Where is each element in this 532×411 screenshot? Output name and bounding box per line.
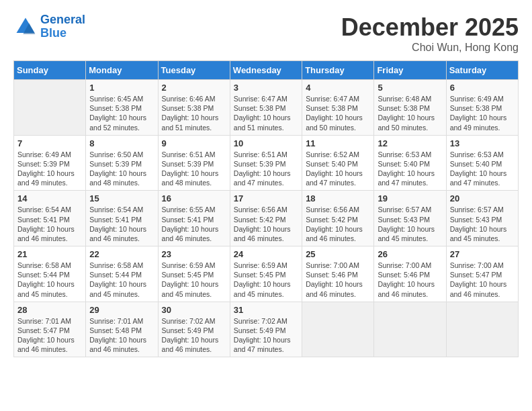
day-number: 30	[162, 305, 226, 315]
day-number: 26	[378, 249, 442, 259]
day-info: Sunrise: 6:52 AMSunset: 5:40 PMDaylight:…	[306, 150, 370, 188]
day-info: Sunrise: 7:00 AMSunset: 5:46 PMDaylight:…	[306, 261, 370, 299]
day-info: Sunrise: 7:00 AMSunset: 5:46 PMDaylight:…	[378, 261, 442, 299]
day-number: 27	[450, 249, 515, 259]
logo: General Blue	[13, 13, 85, 40]
calendar-cell: 24Sunrise: 6:59 AMSunset: 5:45 PMDayligh…	[230, 246, 302, 302]
day-info: Sunrise: 6:48 AMSunset: 5:38 PMDaylight:…	[378, 94, 442, 132]
calendar-header-row: SundayMondayTuesdayWednesdayThursdayFrid…	[14, 61, 519, 80]
calendar-cell: 21Sunrise: 6:58 AMSunset: 5:44 PMDayligh…	[14, 246, 86, 302]
day-info: Sunrise: 6:45 AMSunset: 5:38 PMDaylight:…	[89, 94, 154, 132]
day-info: Sunrise: 6:47 AMSunset: 5:38 PMDaylight:…	[234, 94, 298, 132]
day-info: Sunrise: 7:01 AMSunset: 5:48 PMDaylight:…	[89, 316, 154, 355]
day-info: Sunrise: 6:46 AMSunset: 5:38 PMDaylight:…	[162, 94, 226, 132]
location: Choi Wun, Hong Kong	[341, 42, 519, 54]
calendar-cell: 17Sunrise: 6:56 AMSunset: 5:42 PMDayligh…	[230, 191, 302, 246]
day-info: Sunrise: 6:53 AMSunset: 5:40 PMDaylight:…	[450, 150, 515, 188]
calendar-week-row: 28Sunrise: 7:01 AMSunset: 5:47 PMDayligh…	[14, 302, 519, 357]
calendar-cell: 6Sunrise: 6:49 AMSunset: 5:38 PMDaylight…	[446, 80, 518, 136]
day-header-tuesday: Tuesday	[158, 61, 230, 80]
calendar-cell: 7Sunrise: 6:49 AMSunset: 5:39 PMDaylight…	[14, 135, 86, 191]
day-info: Sunrise: 6:56 AMSunset: 5:42 PMDaylight:…	[234, 205, 298, 243]
day-header-monday: Monday	[86, 61, 158, 80]
calendar-cell: 5Sunrise: 6:48 AMSunset: 5:38 PMDaylight…	[374, 80, 446, 136]
day-info: Sunrise: 6:54 AMSunset: 5:41 PMDaylight:…	[89, 205, 154, 243]
day-number: 20	[450, 193, 515, 203]
calendar-cell: 29Sunrise: 7:01 AMSunset: 5:48 PMDayligh…	[86, 302, 158, 357]
calendar-cell: 18Sunrise: 6:56 AMSunset: 5:42 PMDayligh…	[302, 191, 374, 246]
day-number: 18	[306, 193, 370, 203]
day-header-thursday: Thursday	[302, 61, 374, 80]
day-number: 21	[17, 249, 82, 259]
day-number: 7	[17, 138, 82, 148]
calendar-cell: 9Sunrise: 6:51 AMSunset: 5:39 PMDaylight…	[158, 135, 230, 191]
day-info: Sunrise: 7:00 AMSunset: 5:47 PMDaylight:…	[450, 261, 515, 299]
day-info: Sunrise: 6:59 AMSunset: 5:45 PMDaylight:…	[162, 261, 226, 299]
calendar-table: SundayMondayTuesdayWednesdayThursdayFrid…	[13, 60, 519, 357]
day-number: 6	[450, 83, 515, 93]
calendar-cell	[374, 302, 446, 357]
day-info: Sunrise: 6:51 AMSunset: 5:39 PMDaylight:…	[234, 150, 298, 188]
calendar-cell: 31Sunrise: 7:02 AMSunset: 5:49 PMDayligh…	[230, 302, 302, 357]
calendar-cell	[446, 302, 518, 357]
calendar-cell: 2Sunrise: 6:46 AMSunset: 5:38 PMDaylight…	[158, 80, 230, 136]
calendar-week-row: 21Sunrise: 6:58 AMSunset: 5:44 PMDayligh…	[14, 246, 519, 302]
calendar-cell: 23Sunrise: 6:59 AMSunset: 5:45 PMDayligh…	[158, 246, 230, 302]
day-info: Sunrise: 6:49 AMSunset: 5:39 PMDaylight:…	[17, 150, 82, 188]
calendar-cell: 11Sunrise: 6:52 AMSunset: 5:40 PMDayligh…	[302, 135, 374, 191]
calendar-cell: 3Sunrise: 6:47 AMSunset: 5:38 PMDaylight…	[230, 80, 302, 136]
day-number: 16	[162, 193, 226, 203]
day-number: 5	[378, 83, 442, 93]
day-number: 14	[17, 193, 82, 203]
calendar-cell: 10Sunrise: 6:51 AMSunset: 5:39 PMDayligh…	[230, 135, 302, 191]
day-number: 9	[162, 138, 226, 148]
logo-line2: Blue	[40, 26, 66, 40]
calendar-cell: 30Sunrise: 7:02 AMSunset: 5:49 PMDayligh…	[158, 302, 230, 357]
calendar-cell: 14Sunrise: 6:54 AMSunset: 5:41 PMDayligh…	[14, 191, 86, 246]
day-info: Sunrise: 6:59 AMSunset: 5:45 PMDaylight:…	[234, 261, 298, 299]
calendar-week-row: 1Sunrise: 6:45 AMSunset: 5:38 PMDaylight…	[14, 80, 519, 136]
calendar-cell	[302, 302, 374, 357]
calendar-week-row: 14Sunrise: 6:54 AMSunset: 5:41 PMDayligh…	[14, 191, 519, 246]
day-number: 15	[89, 193, 154, 203]
day-number: 13	[450, 138, 515, 148]
calendar-cell: 13Sunrise: 6:53 AMSunset: 5:40 PMDayligh…	[446, 135, 518, 191]
day-info: Sunrise: 6:56 AMSunset: 5:42 PMDaylight:…	[306, 205, 370, 243]
day-info: Sunrise: 6:50 AMSunset: 5:39 PMDaylight:…	[89, 150, 154, 188]
calendar-cell: 26Sunrise: 7:00 AMSunset: 5:46 PMDayligh…	[374, 246, 446, 302]
day-number: 17	[234, 193, 298, 203]
calendar-cell: 27Sunrise: 7:00 AMSunset: 5:47 PMDayligh…	[446, 246, 518, 302]
day-info: Sunrise: 6:47 AMSunset: 5:38 PMDaylight:…	[306, 94, 370, 132]
day-info: Sunrise: 7:02 AMSunset: 5:49 PMDaylight:…	[162, 316, 226, 355]
day-info: Sunrise: 6:54 AMSunset: 5:41 PMDaylight:…	[17, 205, 82, 243]
day-info: Sunrise: 7:01 AMSunset: 5:47 PMDaylight:…	[17, 316, 82, 355]
calendar-week-row: 7Sunrise: 6:49 AMSunset: 5:39 PMDaylight…	[14, 135, 519, 191]
day-number: 3	[234, 83, 298, 93]
day-number: 25	[306, 249, 370, 259]
calendar-cell: 19Sunrise: 6:57 AMSunset: 5:43 PMDayligh…	[374, 191, 446, 246]
day-info: Sunrise: 6:51 AMSunset: 5:39 PMDaylight:…	[162, 150, 226, 188]
calendar-cell: 20Sunrise: 6:57 AMSunset: 5:43 PMDayligh…	[446, 191, 518, 246]
calendar-cell: 22Sunrise: 6:58 AMSunset: 5:44 PMDayligh…	[86, 246, 158, 302]
day-number: 12	[378, 138, 442, 148]
month-title: December 2025	[341, 13, 519, 42]
day-number: 2	[162, 83, 226, 93]
logo-line1: General	[40, 13, 85, 26]
day-number: 19	[378, 193, 442, 203]
calendar-cell: 16Sunrise: 6:55 AMSunset: 5:41 PMDayligh…	[158, 191, 230, 246]
day-info: Sunrise: 6:57 AMSunset: 5:43 PMDaylight:…	[450, 205, 515, 243]
day-info: Sunrise: 6:58 AMSunset: 5:44 PMDaylight:…	[17, 261, 82, 299]
day-number: 29	[89, 305, 154, 315]
day-number: 1	[89, 83, 154, 93]
day-number: 4	[306, 83, 370, 93]
logo-text: General Blue	[40, 13, 85, 40]
calendar-cell: 15Sunrise: 6:54 AMSunset: 5:41 PMDayligh…	[86, 191, 158, 246]
calendar-cell: 25Sunrise: 7:00 AMSunset: 5:46 PMDayligh…	[302, 246, 374, 302]
day-number: 31	[234, 305, 298, 315]
day-info: Sunrise: 7:02 AMSunset: 5:49 PMDaylight:…	[234, 316, 298, 355]
calendar-cell: 1Sunrise: 6:45 AMSunset: 5:38 PMDaylight…	[86, 80, 158, 136]
day-info: Sunrise: 6:53 AMSunset: 5:40 PMDaylight:…	[378, 150, 442, 188]
day-header-sunday: Sunday	[14, 61, 86, 80]
day-number: 23	[162, 249, 226, 259]
day-number: 24	[234, 249, 298, 259]
